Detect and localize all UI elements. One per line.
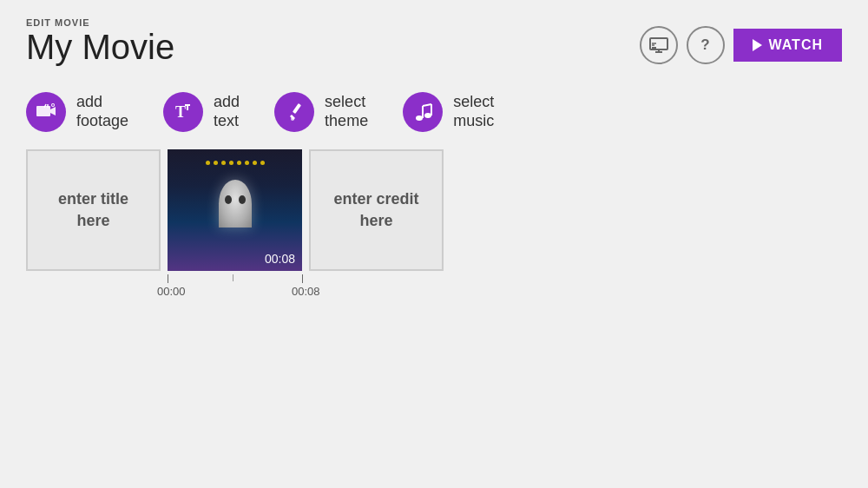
svg-point-20	[416, 115, 423, 121]
light-1	[206, 161, 210, 165]
watch-button[interactable]: WATCH	[733, 29, 842, 62]
select-music-button[interactable]: selectmusic	[403, 92, 494, 132]
light-8	[260, 161, 265, 165]
timecode-end: 00:08	[292, 285, 320, 298]
title-clip[interactable]: enter titlehere	[26, 149, 161, 271]
svg-point-21	[424, 113, 431, 118]
select-theme-label: selecttheme	[325, 93, 368, 130]
svg-rect-17	[293, 103, 301, 114]
light-6	[245, 161, 249, 165]
header: EDIT MOVIE My Movie ? WATCH	[0, 0, 868, 75]
credit-placeholder-text: enter credithere	[333, 188, 418, 232]
svg-line-23	[423, 104, 431, 106]
clips-row: enter titlehere	[26, 149, 842, 271]
light-3	[221, 161, 226, 165]
add-footage-button[interactable]: addfootage	[26, 92, 128, 132]
credit-clip[interactable]: enter credithere	[309, 149, 444, 271]
select-theme-button[interactable]: selecttheme	[274, 92, 368, 132]
edit-label: EDIT MOVIE	[26, 17, 174, 28]
footage-icon-circle	[26, 92, 66, 132]
title-block: EDIT MOVIE My Movie	[26, 17, 174, 66]
watch-label: WATCH	[769, 37, 823, 53]
header-actions: ? WATCH	[640, 26, 842, 64]
video-duration: 00:08	[265, 252, 295, 266]
timecode-start: 00:00	[157, 285, 186, 298]
add-footage-label: addfootage	[76, 93, 128, 130]
tick-mid	[233, 274, 233, 281]
ghost-figure	[214, 180, 257, 241]
light-7	[253, 161, 257, 165]
add-text-label: addtext	[214, 93, 240, 130]
timecode-ruler: 00:00 00:08	[168, 274, 567, 305]
video-clip[interactable]: 00:08	[168, 149, 302, 271]
play-icon	[753, 39, 762, 51]
marquee-lights	[168, 149, 302, 175]
add-text-button[interactable]: T addtext	[163, 92, 240, 132]
light-4	[229, 161, 233, 165]
title-placeholder-text: enter titlehere	[58, 188, 128, 232]
theme-icon-circle	[274, 92, 314, 132]
screen-button[interactable]	[640, 26, 678, 64]
svg-marker-7	[50, 107, 56, 115]
music-icon-circle	[403, 92, 443, 132]
tick-start	[168, 274, 168, 283]
tick-end	[302, 274, 303, 283]
svg-point-19	[291, 117, 294, 121]
timeline-area: enter titlehere	[0, 149, 868, 305]
select-music-label: selectmusic	[453, 93, 494, 130]
ghost-eye-right	[239, 195, 246, 204]
toolbar: addfootage T addtext selecttheme	[0, 75, 868, 149]
light-2	[214, 161, 218, 165]
movie-title: My Movie	[26, 28, 174, 66]
help-button[interactable]: ?	[687, 26, 725, 64]
question-icon: ?	[700, 36, 709, 54]
ghost-body	[219, 180, 252, 228]
text-icon-circle: T	[163, 92, 203, 132]
light-5	[237, 161, 241, 165]
ghost-eye-left	[225, 195, 232, 204]
svg-rect-3	[652, 47, 656, 49]
